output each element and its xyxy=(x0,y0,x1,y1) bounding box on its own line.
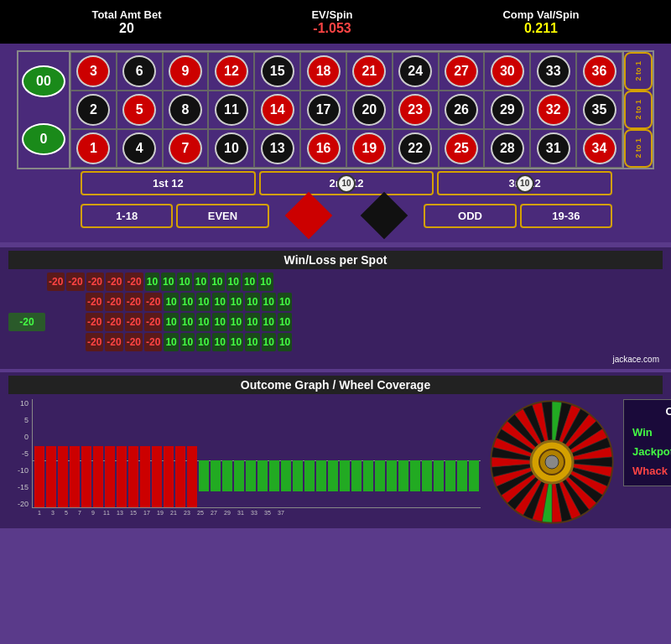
cell-4[interactable]: 4 xyxy=(117,129,163,168)
cell-34[interactable]: 34 xyxy=(576,129,622,168)
second-dozen-chip: 10 xyxy=(337,174,356,193)
number-20[interactable]: 20 xyxy=(352,94,386,126)
winloss-row-4: -20 -20 -20 -20 10 10 10 10 10 10 10 10 xyxy=(8,333,663,351)
wl-cell: 10 xyxy=(196,313,211,331)
bet-odd[interactable]: ODD xyxy=(424,204,516,228)
number-29[interactable]: 29 xyxy=(491,94,524,126)
cell-18[interactable]: 18 xyxy=(300,52,346,91)
cell-28[interactable]: 28 xyxy=(484,129,530,168)
cell-8[interactable]: 8 xyxy=(163,91,209,129)
cell-17[interactable]: 17 xyxy=(300,91,346,129)
number-17[interactable]: 17 xyxy=(307,94,341,126)
cell-9[interactable]: 9 xyxy=(163,52,209,91)
cell-5[interactable]: 5 xyxy=(117,91,163,129)
number-26[interactable]: 26 xyxy=(445,94,478,126)
number-14[interactable]: 14 xyxy=(261,94,294,126)
x-axis-label: 23 xyxy=(181,510,193,516)
number-15[interactable]: 15 xyxy=(261,55,294,87)
number-10[interactable]: 10 xyxy=(215,132,248,164)
single-zero[interactable]: 0 xyxy=(22,123,65,155)
red-diamond[interactable] xyxy=(285,192,333,240)
number-28[interactable]: 28 xyxy=(491,132,524,164)
number-33[interactable]: 33 xyxy=(537,55,570,87)
number-31[interactable]: 31 xyxy=(537,132,570,164)
bar-item xyxy=(328,460,338,491)
cell-11[interactable]: 11 xyxy=(208,91,254,129)
cell-27[interactable]: 27 xyxy=(439,52,485,91)
first-dozen-box[interactable]: 1st 12 xyxy=(81,171,256,195)
bet-1-18[interactable]: 1-18 xyxy=(81,204,173,228)
cell-29[interactable]: 29 xyxy=(484,91,530,129)
cell-2[interactable]: 2 xyxy=(70,91,117,129)
cell-31[interactable]: 31 xyxy=(530,129,576,168)
cell-10[interactable]: 10 xyxy=(208,129,254,168)
cell-1[interactable]: 1 xyxy=(70,129,117,168)
cell-35[interactable]: 35 xyxy=(576,91,622,129)
x-labels: 135791113151719212325272931333537 xyxy=(34,510,481,516)
number-34[interactable]: 34 xyxy=(583,132,616,164)
x-axis-label: 5 xyxy=(60,510,72,516)
number-3[interactable]: 3 xyxy=(76,55,110,87)
number-24[interactable]: 24 xyxy=(398,55,432,87)
number-13[interactable]: 13 xyxy=(261,132,294,164)
number-19[interactable]: 19 xyxy=(352,132,386,164)
cell-20[interactable]: 20 xyxy=(346,91,393,129)
number-12[interactable]: 12 xyxy=(215,55,248,87)
cell-6[interactable]: 6 xyxy=(117,52,163,91)
number-5[interactable]: 5 xyxy=(122,94,156,126)
single-zero-cell[interactable]: 0 xyxy=(21,120,66,158)
number-21[interactable]: 21 xyxy=(352,55,386,87)
cell-21[interactable]: 21 xyxy=(346,52,393,91)
roulette-section: 00 0 3 6 9 12 15 18 21 24 27 30 33 36 xyxy=(0,44,671,242)
number-18[interactable]: 18 xyxy=(307,55,341,87)
cell-14[interactable]: 14 xyxy=(254,91,300,129)
number-32[interactable]: 32 xyxy=(537,94,570,126)
cell-24[interactable]: 24 xyxy=(393,52,439,91)
number-8[interactable]: 8 xyxy=(169,94,202,126)
third-dozen-box[interactable]: 3rd 12 10 xyxy=(437,171,612,195)
bet-even[interactable]: EVEN xyxy=(176,204,268,228)
number-6[interactable]: 6 xyxy=(122,55,156,87)
cell-33[interactable]: 33 xyxy=(530,52,576,91)
wl-cell: -20 xyxy=(125,313,143,331)
number-9[interactable]: 9 xyxy=(169,55,202,87)
cell-22[interactable]: 22 xyxy=(393,129,439,168)
numbers-grid: 3 6 9 12 15 18 21 24 27 30 33 36 2 5 8 1… xyxy=(70,52,622,168)
total-amt-bet-col: Total Amt Bet 20 xyxy=(91,8,161,36)
cell-3[interactable]: 3 xyxy=(70,52,117,91)
number-27[interactable]: 27 xyxy=(445,55,478,87)
cell-26[interactable]: 26 xyxy=(439,91,485,129)
cell-23[interactable]: 23 xyxy=(393,91,439,129)
number-1[interactable]: 1 xyxy=(76,132,110,164)
cell-32[interactable]: 32 xyxy=(530,91,576,129)
cell-19[interactable]: 19 xyxy=(346,129,393,168)
cell-30[interactable]: 30 xyxy=(484,52,530,91)
number-16[interactable]: 16 xyxy=(307,132,341,164)
cell-36[interactable]: 36 xyxy=(576,52,622,91)
cell-7[interactable]: 7 xyxy=(163,129,209,168)
number-11[interactable]: 11 xyxy=(215,94,248,126)
wl-cell: -20 xyxy=(125,273,143,291)
number-2[interactable]: 2 xyxy=(76,94,110,126)
double-zero[interactable]: 00 xyxy=(22,65,65,97)
double-zero-cell[interactable]: 00 xyxy=(21,62,66,101)
red-diamond-cell[interactable] xyxy=(273,199,345,232)
cell-15[interactable]: 15 xyxy=(254,52,300,91)
number-36[interactable]: 36 xyxy=(583,55,616,87)
number-35[interactable]: 35 xyxy=(583,94,616,126)
cell-16[interactable]: 16 xyxy=(300,129,346,168)
black-diamond[interactable] xyxy=(361,192,408,240)
number-23[interactable]: 23 xyxy=(398,94,432,126)
number-7[interactable]: 7 xyxy=(169,132,202,164)
number-30[interactable]: 30 xyxy=(491,55,524,87)
cell-12[interactable]: 12 xyxy=(208,52,254,91)
number-4[interactable]: 4 xyxy=(122,132,156,164)
black-diamond-cell[interactable] xyxy=(348,199,420,232)
bet-19-36[interactable]: 19-36 xyxy=(520,204,612,228)
number-22[interactable]: 22 xyxy=(398,132,432,164)
number-25[interactable]: 25 xyxy=(445,132,478,164)
cell-13[interactable]: 13 xyxy=(254,129,300,168)
second-dozen-box[interactable]: 2nd 12 10 xyxy=(259,171,434,195)
wl-cell: 10 xyxy=(145,273,159,291)
cell-25[interactable]: 25 xyxy=(439,129,485,168)
